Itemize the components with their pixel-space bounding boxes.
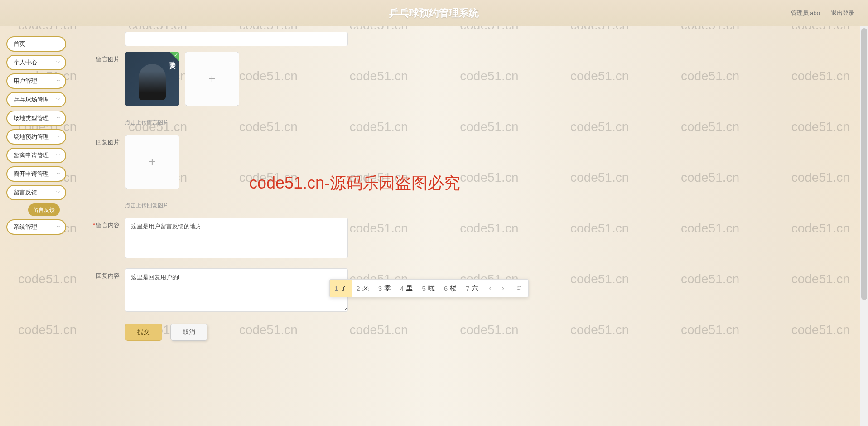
admin-label[interactable]: 管理员 abo	[791, 9, 820, 17]
app-title: 乒乓球预约管理系统	[389, 6, 479, 20]
nav-court-mgmt[interactable]: 乒乓球场管理﹀	[6, 92, 66, 107]
msg-content-label: *留言内容	[91, 218, 120, 229]
uploaded-message-image[interactable]: 致爱人 ✓	[125, 52, 179, 106]
chevron-down-icon: ﹀	[56, 152, 61, 159]
logout-button[interactable]: 退出登录	[831, 9, 854, 17]
reply-content-textarea[interactable]	[125, 268, 348, 312]
sidebar: 首页 个人中心﹀ 用户管理﹀ 乒乓球场管理﹀ 场地类型管理﹀ 场地预约管理﹀ 暂…	[6, 36, 66, 235]
check-icon: ✓	[174, 52, 178, 58]
add-message-image-button[interactable]: +	[185, 52, 239, 106]
scrollbar-thumb[interactable]	[861, 28, 867, 300]
nav-feedback[interactable]: 留言反馈﹀	[6, 185, 66, 200]
ime-emoji-button[interactable]: ☺	[510, 284, 528, 292]
reply-image-label: 回复图片	[91, 135, 120, 146]
chevron-down-icon: ﹀	[56, 115, 61, 121]
msg-image-hint: 点击上传留言图片	[125, 119, 239, 126]
msg-image-label: 留言图片	[91, 52, 120, 63]
vertical-scrollbar[interactable]	[860, 26, 868, 426]
ime-candidate-3[interactable]: 3零	[374, 280, 395, 297]
ime-candidate-2[interactable]: 2来	[352, 280, 373, 297]
nav-personal-center[interactable]: 个人中心﹀	[6, 55, 66, 70]
plus-icon: +	[149, 155, 156, 169]
nav-system-mgmt[interactable]: 系统管理﹀	[6, 219, 66, 235]
ime-candidate-6[interactable]: 6楼	[439, 280, 461, 297]
reply-content-label: 回复内容	[91, 268, 120, 280]
app-header: 乒乓球预约管理系统 管理员 abo 退出登录	[0, 0, 868, 26]
chevron-down-icon: ﹀	[56, 189, 61, 196]
cancel-button[interactable]: 取消	[170, 324, 207, 341]
nav-user-mgmt[interactable]: 用户管理﹀	[6, 73, 66, 89]
submit-button[interactable]: 提交	[125, 324, 162, 341]
ime-candidate-bar: 1了 2来 3零 4里 5啦 6楼 7六 ‹ › ☺	[329, 279, 529, 297]
nav-venue-type-mgmt[interactable]: 场地类型管理﹀	[6, 111, 66, 126]
msg-content-textarea[interactable]	[125, 218, 348, 258]
chevron-down-icon: ﹀	[56, 224, 61, 230]
main-form: 留言图片 致爱人 ✓ + 点击上传留言图片 回复图片 + 点击上传回复图片 *留…	[82, 27, 863, 426]
chevron-down-icon: ﹀	[56, 171, 61, 177]
ime-candidate-5[interactable]: 5啦	[417, 280, 439, 297]
nav-home[interactable]: 首页	[6, 36, 66, 52]
chevron-down-icon: ﹀	[56, 97, 61, 103]
ime-candidate-7[interactable]: 7六	[461, 280, 483, 297]
ime-next-button[interactable]: ›	[497, 285, 510, 292]
reply-image-hint: 点击上传回复图片	[125, 202, 179, 209]
partial-field-top[interactable]	[125, 32, 348, 46]
ime-candidate-1[interactable]: 1了	[330, 280, 352, 297]
nav-feedback-sub[interactable]: 留言反馈	[28, 203, 60, 216]
ime-candidate-4[interactable]: 4里	[395, 280, 417, 297]
nav-leave-request-mgmt[interactable]: 离开申请管理﹀	[6, 166, 66, 182]
nav-booking-mgmt[interactable]: 场地预约管理﹀	[6, 129, 66, 145]
ime-prev-button[interactable]: ‹	[483, 285, 497, 292]
chevron-down-icon: ﹀	[56, 59, 61, 66]
add-reply-image-button[interactable]: +	[125, 135, 179, 189]
chevron-down-icon: ﹀	[56, 134, 61, 140]
nav-away-request-mgmt[interactable]: 暂离申请管理﹀	[6, 148, 66, 163]
plus-icon: +	[208, 72, 216, 86]
chevron-down-icon: ﹀	[56, 78, 61, 84]
